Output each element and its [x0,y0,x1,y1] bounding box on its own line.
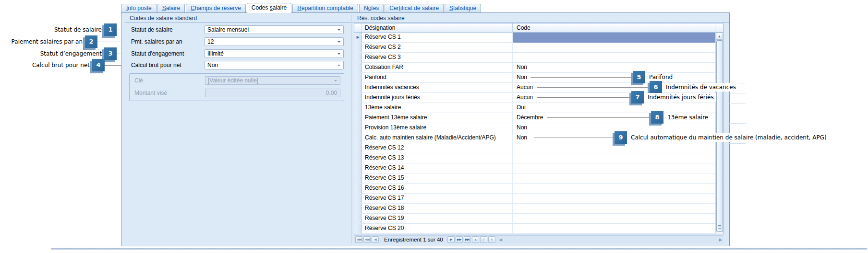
callout-badge-2: 2 [85,35,97,48]
table-row[interactable]: Réserve CS 17 [354,194,723,204]
callout-badge-5: 5 [633,71,645,83]
statut-de-salaire-select[interactable]: Salaire mensuel [205,25,344,34]
code-cell[interactable] [513,224,715,234]
scroll-left-icon[interactable]: ◀ [499,238,502,242]
designation-column-header[interactable]: Désignation [362,23,513,33]
code-cell[interactable]: Non [513,123,715,133]
code-cell[interactable] [513,153,715,163]
cle-label: Clé [134,77,143,84]
row-indicator [354,103,362,113]
chevron-down-icon[interactable] [336,50,343,57]
code-cell[interactable] [513,43,715,53]
pmt-salaires-select[interactable]: 12 [205,37,344,46]
designation-cell[interactable]: Réserve CS 2 [362,43,513,53]
designation-cell[interactable]: Réserve CS 16 [362,184,513,194]
code-cell[interactable] [513,204,715,214]
field-cle: Clé [Valeur éditée nulle] [130,76,344,85]
calcul-brut-label: Calcul brut pour net [131,62,181,69]
code-cell[interactable] [513,143,715,153]
previous-record-button[interactable]: ◀ [372,236,379,243]
tab-salaire[interactable]: Salaire [157,4,185,12]
designation-cell[interactable]: Réserve CS 19 [362,214,513,224]
table-row[interactable]: Réserve CS 16 [354,184,723,194]
designation-cell[interactable]: Réserve CS 20 [362,224,513,234]
tab-r-partition-comptable[interactable]: Répartition comptable [292,4,358,12]
designation-cell[interactable]: Réserve CS 15 [362,173,513,184]
designation-cell[interactable]: Réserve CS 17 [362,194,513,204]
chevron-down-icon[interactable] [336,62,343,69]
tab-champs-de-r-serve[interactable]: Champs de réserve [186,4,246,12]
table-row[interactable]: Provision 13ème salaireNon [354,123,723,133]
chevron-down-icon[interactable] [336,38,343,45]
code-cell[interactable] [513,33,715,43]
window-bottom-edge [51,248,867,250]
code-cell[interactable]: Non [513,63,715,73]
code-cell[interactable]: Oui [513,103,715,113]
code-cell[interactable] [513,184,715,194]
table-row[interactable]: Réserve CS 2 [354,43,723,53]
current-row-icon: ▶ [356,35,359,39]
statut-engagement-select[interactable]: Illimité [205,49,344,58]
callout-badge-6: 6 [650,81,662,93]
table-row[interactable]: ▶Réserve CS 1 [354,33,723,43]
calcul-brut-select[interactable]: Non [205,61,344,69]
next-record-button[interactable]: ▶ [447,236,455,243]
row-indicator [354,204,362,214]
tab-codes-salaire[interactable]: Codes salaire [247,3,291,13]
code-cell[interactable] [513,194,715,204]
designation-cell[interactable]: Réserve CS 14 [362,163,513,173]
table-row[interactable]: Réserve CS 12 [354,143,723,153]
last-record-button[interactable]: ▶▶| [464,236,471,243]
code-column-header[interactable]: Code [513,23,715,33]
code-cell[interactable] [513,173,715,184]
first-record-button[interactable]: |◀◀ [355,236,362,243]
field-calcul-brut-pour-net: Calcul brut pour net Non [125,61,351,69]
tab-statistique[interactable]: Statistique [445,4,481,12]
designation-cell[interactable]: Indemnités vacances [362,83,513,93]
designation-cell[interactable]: Cotisation FAR [362,63,513,73]
designation-cell[interactable]: Paiement 13ème salaire [362,113,513,123]
designation-cell[interactable]: Parifond [362,73,513,83]
cancel-edit-button[interactable]: × [488,236,495,243]
table-row[interactable]: Réserve CS 20 [354,224,723,234]
next-page-button[interactable]: ▶▶ [456,236,463,243]
code-cell[interactable] [513,163,715,173]
designation-cell[interactable]: Indemnité jours fériés [362,93,513,103]
designation-cell[interactable]: 13ème salaire [362,103,513,113]
code-cell[interactable] [513,53,715,63]
designation-cell[interactable]: Calc. auto maintien salaire (Maladie/Acc… [362,133,513,143]
row-indicator [354,194,362,204]
table-row[interactable]: Réserve CS 15 [354,173,723,184]
callout-badge-4: 4 [92,59,105,71]
scroll-up-icon[interactable]: ▲ [716,33,723,40]
validate-edit-button[interactable]: ✓ [480,236,487,243]
code-cell[interactable]: Non [513,73,715,83]
designation-cell[interactable]: Réserve CS 1 [362,33,513,43]
tab-certificat-de-salaire[interactable]: Certificat de salaire [385,4,444,12]
table-row[interactable]: Réserve CS 19 [354,214,723,224]
row-indicator [354,73,362,83]
previous-page-button[interactable]: ◀◀ [363,236,371,243]
designation-cell[interactable]: Réserve CS 12 [362,143,513,153]
designation-cell[interactable]: Réserve CS 18 [362,204,513,214]
edit-record-button[interactable]: ▲ [472,236,479,243]
code-cell[interactable] [513,214,715,224]
designation-cell[interactable]: Provision 13ème salaire [362,123,513,133]
tab-notes[interactable]: Notes [359,4,384,12]
table-row[interactable]: Réserve CS 18 [354,204,723,214]
table-row[interactable]: Cotisation FARNon [354,63,723,73]
tab-info-poste[interactable]: Info poste [121,4,157,12]
codes-salaire-tab-page: Codes de salaire standard Statut de sala… [121,12,730,246]
designation-cell[interactable]: Réserve CS 13 [362,153,513,163]
table-row[interactable]: Réserve CS 3 [354,53,723,63]
table-row[interactable]: Réserve CS 14 [354,163,723,173]
chevron-down-icon[interactable] [336,26,343,33]
callout-label: 13ème salaire [665,113,710,122]
row-line-extension [728,143,746,144]
designation-cell[interactable]: Réserve CS 3 [362,53,513,63]
table-row[interactable]: 13ème salaireOui [354,103,723,113]
row-indicator [354,63,362,73]
table-row[interactable]: Réserve CS 13 [354,153,723,163]
header-filler [715,23,723,33]
scroll-right-icon[interactable]: ▶ [719,238,722,242]
